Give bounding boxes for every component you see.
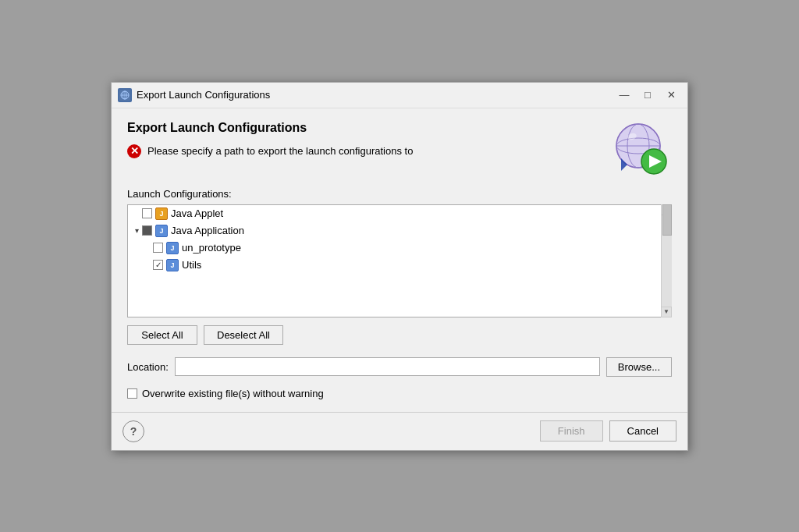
location-row: Location: Browse... — [127, 357, 672, 377]
dialog-content: Export Launch Configurations ✕ Please sp… — [112, 108, 687, 412]
error-icon: ✕ — [127, 144, 141, 158]
minimize-button[interactable]: — — [614, 87, 634, 103]
close-button[interactable]: ✕ — [661, 87, 681, 103]
titlebar-buttons: — □ ✕ — [614, 87, 681, 103]
overwrite-row: Overwrite existing file(s) without warni… — [127, 388, 672, 399]
header-icon-area — [609, 121, 672, 176]
buttons-row: Select All Deselect All — [127, 325, 672, 345]
cancel-button[interactable]: Cancel — [609, 420, 676, 442]
header-graphic — [613, 121, 668, 176]
checkbox-java-application[interactable] — [142, 225, 152, 236]
utils-icon: J — [166, 259, 179, 271]
overwrite-label: Overwrite existing file(s) without warni… — [142, 388, 324, 399]
dialog: Export Launch Configurations — □ ✕ Expor… — [111, 82, 688, 451]
scrollbar-track[interactable]: ▲ ▼ — [661, 204, 672, 317]
java-applet-icon: J — [155, 207, 168, 220]
java-application-icon: J — [155, 225, 168, 237]
tree-item-un-prototype[interactable]: J un_prototype — [139, 239, 660, 257]
java-application-label: Java Application — [171, 225, 244, 236]
dialog-header-left: Export Launch Configurations ✕ Please sp… — [127, 121, 413, 158]
un-prototype-icon: J — [166, 242, 179, 254]
java-applet-label: Java Applet — [171, 207, 223, 219]
dialog-footer: ? Finish Cancel — [112, 412, 687, 450]
titlebar-icon — [118, 88, 132, 102]
overwrite-checkbox[interactable] — [127, 388, 137, 399]
checkbox-utils[interactable]: ✓ — [153, 260, 163, 270]
location-input[interactable] — [175, 357, 600, 376]
scrollbar-down-arrow[interactable]: ▼ — [661, 307, 672, 317]
utils-label: Utils — [182, 259, 201, 271]
scrollbar-thumb[interactable] — [662, 204, 672, 236]
footer-right: Finish Cancel — [540, 420, 676, 442]
titlebar-title: Export Launch Configurations — [137, 89, 609, 101]
tree-item-java-application[interactable]: ▾ J Java Application — [128, 222, 660, 239]
maximize-button[interactable]: □ — [637, 87, 658, 103]
error-row: ✕ Please specify a path to export the la… — [127, 144, 413, 158]
expand-arrow-java-application[interactable]: ▾ — [131, 225, 142, 236]
tree-item-java-applet[interactable]: J Java Applet — [128, 205, 660, 222]
tree-item-utils[interactable]: ✓ J Utils — [139, 257, 660, 274]
checkbox-un-prototype[interactable] — [153, 243, 163, 253]
select-all-button[interactable]: Select All — [127, 325, 197, 345]
browse-button[interactable]: Browse... — [606, 357, 672, 377]
footer-left: ? — [123, 420, 144, 442]
tree-container[interactable]: J Java Applet ▾ J Java Application — [127, 204, 672, 317]
deselect-all-button[interactable]: Deselect All — [204, 325, 283, 345]
checkbox-java-applet[interactable] — [142, 208, 152, 218]
finish-button: Finish — [540, 420, 603, 442]
section-label: Launch Configurations: — [127, 188, 672, 200]
location-label: Location: — [127, 361, 169, 373]
dialog-title: Export Launch Configurations — [127, 121, 413, 135]
titlebar: Export Launch Configurations — □ ✕ — [112, 83, 687, 108]
error-text: Please specify a path to export the laun… — [147, 145, 413, 157]
tree-wrapper: J Java Applet ▾ J Java Application — [127, 204, 672, 317]
dialog-header: Export Launch Configurations ✕ Please sp… — [127, 121, 672, 176]
help-button[interactable]: ? — [123, 420, 144, 442]
un-prototype-label: un_prototype — [182, 242, 241, 254]
